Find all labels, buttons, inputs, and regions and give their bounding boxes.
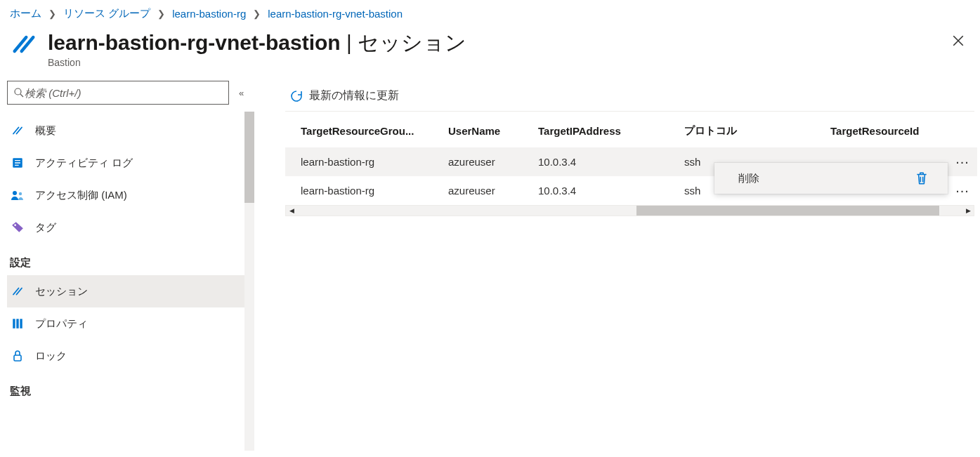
svg-point-2: [13, 191, 17, 195]
breadcrumb-item-home[interactable]: ホーム: [10, 7, 41, 20]
people-icon: [10, 187, 25, 203]
svg-point-3: [19, 192, 22, 195]
refresh-icon: [289, 89, 303, 103]
cell-rg: learn-bastion-rg: [285, 147, 433, 176]
refresh-button[interactable]: 最新の情報に更新: [285, 86, 403, 106]
breadcrumb-item-resource[interactable]: learn-bastion-rg-vnet-bastion: [268, 8, 403, 20]
chevron-right-icon: ❯: [48, 8, 56, 19]
tag-icon: [10, 220, 25, 235]
cell-user: azureuser: [433, 147, 523, 176]
breadcrumb-item-rg[interactable]: learn-bastion-rg: [172, 8, 246, 20]
sidebar-item-properties[interactable]: プロパティ: [7, 307, 246, 340]
sidebar-search[interactable]: [7, 81, 229, 105]
context-menu-delete-label: 削除: [738, 172, 759, 185]
lock-icon: [10, 348, 25, 364]
row-actions-button[interactable]: ···: [955, 183, 969, 198]
scrollbar-thumb[interactable]: [636, 206, 939, 216]
col-actions: [948, 113, 977, 147]
chevron-right-icon: ❯: [253, 8, 261, 19]
sidebar-scrollbar[interactable]: [244, 112, 254, 451]
cell-rg: learn-bastion-rg: [285, 176, 433, 205]
bastion-icon: [10, 284, 25, 299]
svg-point-4: [14, 224, 16, 226]
svg-point-0: [15, 88, 21, 95]
sidebar-scrollbar-thumb[interactable]: [244, 112, 254, 203]
close-button[interactable]: [949, 32, 967, 50]
sidebar-item-tags[interactable]: タグ: [7, 211, 246, 244]
cell-ip: 10.0.3.4: [523, 176, 669, 205]
sidebar-heading-settings: 設定: [7, 244, 246, 275]
cell-user: azureuser: [433, 176, 523, 205]
search-input[interactable]: [25, 87, 223, 99]
collapse-sidebar-button[interactable]: «: [239, 88, 244, 98]
sidebar: « 概要 アクティビティ ログ アクセス制御 (IAM): [0, 78, 254, 451]
context-menu-delete[interactable]: 削除: [714, 163, 948, 194]
scroll-left-icon[interactable]: ◀: [286, 206, 297, 216]
search-icon: [13, 87, 25, 98]
col-target-ip[interactable]: TargetIPAddress: [523, 113, 669, 147]
svg-rect-5: [13, 319, 15, 329]
bastion-icon: [10, 123, 25, 138]
bastion-icon: [10, 30, 38, 58]
sidebar-item-overview[interactable]: 概要: [7, 114, 246, 147]
properties-icon: [10, 316, 25, 331]
log-icon: [10, 155, 25, 171]
sidebar-item-label: セッション: [35, 285, 88, 298]
sidebar-item-iam[interactable]: アクセス制御 (IAM): [7, 179, 246, 211]
col-target-resource-group[interactable]: TargetResourceGrou...: [285, 113, 433, 147]
title-separator: |: [341, 31, 358, 54]
col-protocol[interactable]: プロトコル: [669, 113, 815, 147]
page-title: learn-bastion-rg-vnet-bastion | セッション: [48, 30, 970, 55]
svg-rect-6: [16, 319, 18, 329]
grid-horizontal-scrollbar[interactable]: ◀ ▶: [285, 205, 974, 216]
sidebar-item-label: アクセス制御 (IAM): [35, 189, 127, 202]
chevron-right-icon: ❯: [157, 8, 165, 19]
sidebar-item-label: ロック: [35, 350, 67, 363]
sidebar-item-label: タグ: [35, 221, 56, 234]
refresh-label: 最新の情報に更新: [309, 88, 399, 103]
sidebar-item-label: 概要: [35, 124, 56, 138]
sessions-grid: TargetResourceGrou... UserName TargetIPA…: [285, 113, 977, 216]
breadcrumb: ホーム ❯ リソース グループ ❯ learn-bastion-rg ❯ lea…: [0, 0, 980, 25]
cell-ip: 10.0.3.4: [523, 147, 669, 176]
command-bar: 最新の情報に更新: [285, 81, 974, 112]
svg-rect-8: [14, 355, 21, 361]
blade-subtitle: セッション: [358, 31, 466, 54]
breadcrumb-item-resource-groups[interactable]: リソース グループ: [63, 7, 150, 20]
main-content: 最新の情報に更新 TargetResourceGrou... UserName: [254, 78, 980, 451]
sidebar-item-label: プロパティ: [35, 317, 88, 331]
row-context-menu: 削除: [714, 163, 948, 194]
resource-name: learn-bastion-rg-vnet-bastion: [48, 31, 341, 54]
col-username[interactable]: UserName: [433, 113, 523, 147]
sidebar-item-activity-log[interactable]: アクティビティ ログ: [7, 147, 246, 179]
table-header-row: TargetResourceGrou... UserName TargetIPA…: [285, 113, 977, 147]
sidebar-item-sessions[interactable]: セッション: [7, 275, 246, 307]
svg-rect-7: [20, 319, 22, 329]
sidebar-item-label: アクティビティ ログ: [35, 157, 133, 170]
scroll-right-icon[interactable]: ▶: [962, 206, 974, 216]
trash-icon: [915, 171, 928, 185]
sidebar-heading-monitoring: 監視: [7, 372, 246, 404]
sidebar-item-locks[interactable]: ロック: [7, 340, 246, 372]
row-actions-button[interactable]: ···: [955, 154, 969, 169]
page-header: learn-bastion-rg-vnet-bastion | セッション Ba…: [0, 25, 980, 78]
col-target-resource-id[interactable]: TargetResourceId: [815, 113, 948, 147]
resource-type-label: Bastion: [48, 57, 970, 68]
